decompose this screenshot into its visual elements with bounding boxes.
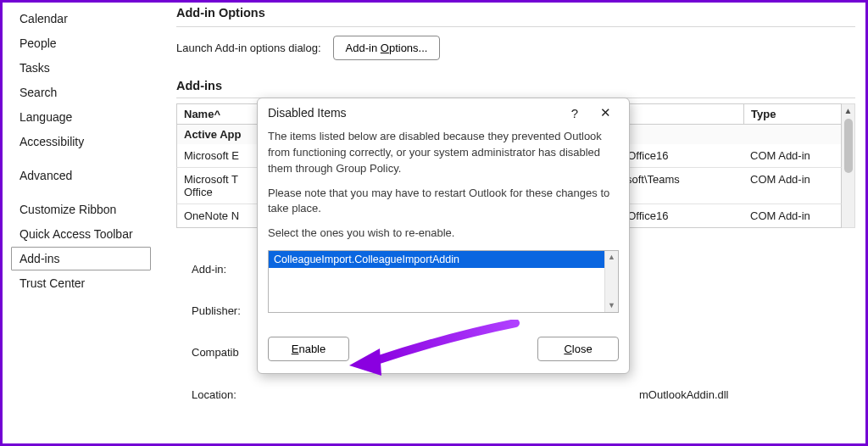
sidebar-item-search[interactable]: Search (11, 81, 151, 104)
close-icon[interactable]: ✕ (590, 105, 620, 120)
sidebar-item-language[interactable]: Language (11, 105, 151, 129)
sidebar-item-accessibility[interactable]: Accessibility (11, 130, 151, 153)
scroll-down-icon[interactable]: ▼ (605, 299, 618, 312)
sidebar-item-calendar[interactable]: Calendar (11, 7, 151, 31)
sidebar-item-tasks[interactable]: Tasks (11, 56, 151, 80)
sidebar-item-advanced[interactable]: Advanced (11, 164, 151, 187)
list-item[interactable]: ColleagueImport.ColleagueImportAddin (269, 251, 604, 268)
details-location-label: Location: (192, 385, 270, 406)
table-scrollbar[interactable]: ▲ (842, 103, 855, 228)
dialog-title: Disabled Items (268, 106, 559, 120)
scroll-up-icon[interactable]: ▲ (843, 104, 854, 117)
addins-section-title: Add-ins (176, 79, 855, 98)
options-sidebar: Calendar People Tasks Search Language Ac… (3, 3, 158, 443)
details-location-value: mOutlookAddin.dll (639, 385, 729, 406)
disabled-items-listbox[interactable]: ColleagueImport.ColleagueImportAddin ▲ ▼ (268, 250, 619, 313)
sidebar-item-customize-ribbon[interactable]: Customize Ribbon (11, 198, 151, 221)
launch-label: Launch Add-in options dialog: (176, 42, 321, 54)
sidebar-item-trust-center[interactable]: Trust Center (11, 271, 151, 295)
scroll-thumb[interactable] (844, 119, 853, 173)
sidebar-item-qat[interactable]: Quick Access Toolbar (11, 222, 151, 246)
dialog-text-1: The items listed below are disabled beca… (268, 129, 619, 177)
dialog-text-3: Select the ones you wish to re-enable. (268, 226, 619, 242)
enable-button[interactable]: Enable Enable (268, 337, 349, 361)
sidebar-item-people[interactable]: People (11, 31, 151, 55)
dialog-text-2: Please note that you may have to restart… (268, 186, 619, 218)
addin-options-button[interactable]: Add-in Options... Add-in Options... (333, 36, 441, 60)
close-button[interactable]: Close Close (537, 337, 619, 361)
page-title: Add-in Options (176, 6, 855, 27)
dialog-titlebar[interactable]: Disabled Items ? ✕ (258, 98, 629, 125)
listbox-scrollbar[interactable]: ▲ ▼ (604, 251, 618, 312)
col-type[interactable]: Type (743, 104, 841, 124)
disabled-items-dialog: Disabled Items ? ✕ The items listed belo… (257, 98, 630, 374)
help-button[interactable]: ? (559, 106, 590, 120)
scroll-up-icon[interactable]: ▲ (605, 251, 618, 264)
sidebar-item-addins[interactable]: Add-ins (11, 247, 151, 270)
